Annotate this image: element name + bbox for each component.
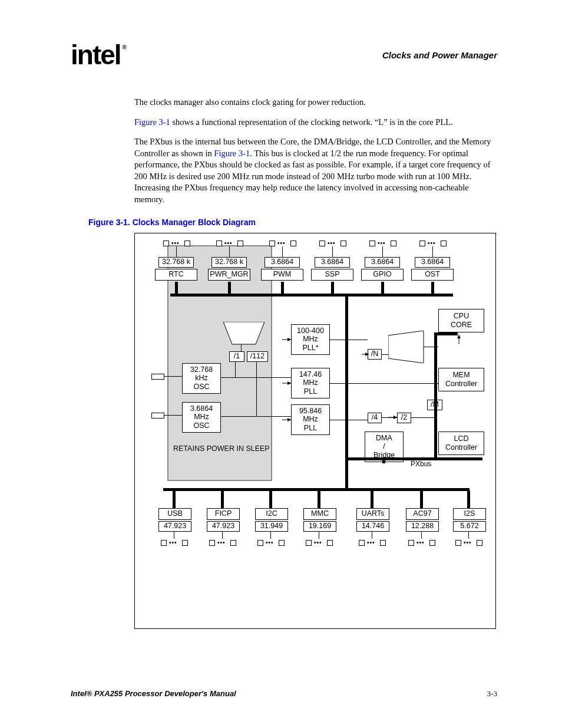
gate-dots: •••	[169, 539, 177, 546]
gate-tick	[327, 540, 333, 546]
gate-dots: •••	[428, 240, 436, 246]
figure-caption: Figure 3-1. Clocks Manager Block Diagram	[88, 218, 497, 227]
div-n: /N	[368, 349, 382, 360]
gate-dots: •••	[328, 240, 336, 246]
gate-tick	[184, 241, 190, 246]
freq-box-pwr_mgr: 32.768 k	[211, 257, 247, 268]
gate-tick	[306, 540, 312, 546]
block-usb: USB	[158, 508, 191, 520]
block-pwm: PWM	[261, 269, 303, 281]
pll-147: 147.46MHzPLL	[291, 368, 330, 398]
div-4: /4	[368, 413, 382, 423]
gate-dots: •••	[416, 539, 425, 546]
gate-tick	[359, 540, 365, 546]
gate-tick	[182, 540, 188, 546]
freq-box-gpio: 3.6864	[365, 257, 400, 268]
gate-tick	[290, 241, 296, 246]
osc-32khz: 32.768kHzOSC	[182, 363, 221, 394]
gate-tick	[408, 540, 414, 546]
freq-box-i2c: 31.949	[255, 521, 288, 532]
gate-tick	[209, 540, 215, 546]
para-2-text: shows a functional representation of the…	[170, 117, 453, 127]
block-mmc: MMC	[303, 508, 336, 520]
gate-dots: •••	[277, 240, 286, 246]
footer-page-number: 3-3	[487, 689, 497, 699]
gate-dots: •••	[224, 240, 233, 246]
freq-box-pwm: 3.6864	[265, 257, 300, 268]
gate-tick	[161, 540, 167, 546]
gate-tick	[391, 241, 396, 246]
para-1: The clocks manager also contains clock g…	[134, 97, 497, 108]
gate-tick	[230, 540, 236, 546]
sleep-label: RETAINS POWER IN SLEEP	[173, 444, 270, 453]
svg-marker-1	[388, 331, 424, 363]
freq-box-i2s: 5.672	[453, 521, 486, 532]
gate-tick	[269, 241, 275, 246]
pll-95: 95.846MHzPLL	[291, 404, 330, 435]
block-i2c: I2C	[255, 508, 288, 520]
gate-tick	[340, 241, 346, 246]
freq-box-usb: 47.923	[158, 521, 191, 532]
intel-logo: intel	[71, 41, 124, 68]
block-uarts: UARTs	[356, 508, 389, 520]
div-2: /2	[397, 413, 411, 423]
pxbus-label: PXbus	[411, 460, 431, 468]
gate-dots: •••	[378, 240, 386, 246]
para-2: Figure 3-1 shows a functional representa…	[134, 117, 497, 129]
block-gpio: GPIO	[361, 269, 404, 281]
gate-tick	[279, 540, 285, 546]
gate-tick	[163, 241, 169, 246]
div-112: /112	[247, 351, 268, 362]
fig-xref-1[interactable]: Figure 3-1	[134, 117, 170, 127]
gate-tick	[419, 241, 425, 246]
xtal-stub-2	[151, 413, 164, 419]
gate-dots: •••	[171, 240, 180, 246]
block-pwr_mgr: PWR_MGR	[208, 269, 250, 281]
gate-tick	[477, 540, 482, 546]
para-3: The PXbus is the internal bus between th…	[134, 136, 497, 205]
pll-100-400: 100-400MHzPLL*	[291, 324, 330, 355]
xtal-stub-1	[151, 374, 164, 380]
gate-tick	[369, 241, 375, 246]
freq-box-rtc: 32.768 k	[158, 257, 194, 268]
svg-marker-0	[223, 322, 265, 344]
block-ost: OST	[411, 269, 454, 281]
gate-tick	[237, 241, 243, 246]
osc-3mhz: 3.6864MHzOSC	[182, 402, 221, 433]
gate-tick	[380, 540, 386, 546]
freq-box-ost: 3.6864	[415, 257, 450, 268]
footer-manual-title: Intel® PXA255 Processor Developer's Manu…	[71, 689, 236, 699]
freq-box-mmc: 19.169	[303, 521, 336, 532]
fig-xref-2[interactable]: Figure 3-1	[214, 149, 250, 158]
gate-tick	[441, 241, 447, 246]
block-ac97: AC97	[406, 508, 439, 520]
gate-tick	[319, 241, 325, 246]
mux-left	[217, 322, 270, 345]
gate-tick	[216, 241, 222, 246]
freq-box-ssp: 3.6864	[315, 257, 350, 268]
gate-dots: •••	[266, 539, 274, 546]
freq-box-ficp: 47.923	[207, 521, 240, 532]
mem-controller: MEMController	[438, 368, 484, 391]
freq-box-ac97: 12.288	[406, 521, 439, 532]
block-i2s: I2S	[453, 508, 486, 520]
block-rtc: RTC	[155, 269, 197, 281]
div-1: /1	[229, 351, 244, 362]
gate-dots: •••	[464, 539, 472, 546]
block-ssp: SSP	[311, 269, 353, 281]
body-text: The clocks manager also contains clock g…	[134, 97, 497, 206]
freq-box-uarts: 14.746	[356, 521, 389, 532]
gate-tick	[257, 540, 263, 546]
gate-tick	[429, 540, 435, 546]
gate-dots: •••	[367, 539, 375, 546]
lcd-controller: LCDController	[438, 431, 484, 455]
gate-tick	[455, 540, 461, 546]
chapter-title: Clocks and Power Manager	[382, 50, 497, 60]
clocks-diagram: •••32.768 kRTC•••32.768 kPWR_MGR•••3.686…	[134, 233, 496, 629]
cpu-core: CPUCORE	[438, 309, 484, 332]
gate-dots: •••	[217, 539, 226, 546]
block-ficp: FICP	[207, 508, 240, 520]
gate-dots: •••	[314, 539, 322, 546]
